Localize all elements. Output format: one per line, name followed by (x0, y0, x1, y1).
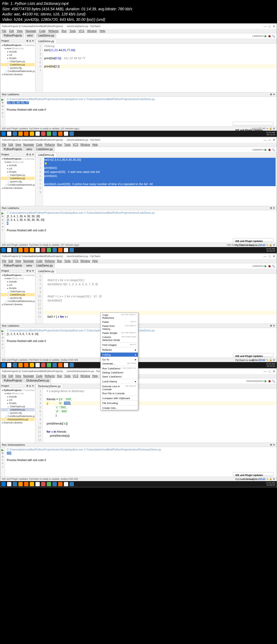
chrome-icon[interactable] (30, 132, 34, 136)
stop-icon[interactable]: ■ (1, 101, 4, 105)
meta-size: Size: 436774733 bytes (416.54 MiB), dura… (2, 6, 275, 12)
ppt-icon[interactable] (58, 132, 62, 136)
ctx-column-selection[interactable]: Column Selection ModeAlt+Shift+Insert (101, 335, 138, 342)
run-config-selector[interactable]: ListsDemo (252, 35, 264, 37)
tree-lib[interactable]: Lib (1, 53, 35, 57)
menu-code[interactable]: Code (39, 29, 45, 32)
menu-view[interactable]: View (17, 29, 23, 32)
ctx-paste-simple[interactable]: Paste SimpleCtrl+Alt+Shift+V (101, 331, 138, 335)
intention-bulb-icon[interactable]: 💡 (44, 162, 47, 165)
menu-vcs[interactable]: VCS (79, 29, 84, 32)
ctx-copy-reference[interactable]: Copy ReferenceCtrl+Alt+Shift+C (101, 313, 138, 320)
editor: ListsDemo.py 1234567 #Slicing list=[11,2… (35, 39, 277, 92)
app-icon[interactable] (24, 132, 28, 136)
video-metadata: File: 1. Python Lists and Dictionary.mp4… (0, 0, 277, 23)
rerun-icon[interactable]: ▶ (1, 98, 4, 101)
crumb-file[interactable]: ListsDemo.py (36, 34, 56, 38)
intention-bulb-icon[interactable]: 💡 (46, 402, 49, 405)
project-tree[interactable]: PythonProjects C:\Users\admin\untitled\P… (0, 43, 35, 77)
console-output[interactable]: C:\Users\admin\untitled\PythonProjects\v… (5, 97, 277, 126)
tree-conditional[interactable]: ConditionalStatements.py (1, 70, 35, 73)
close-icon[interactable]: ✕ (273, 25, 275, 28)
ctx-run[interactable]: Run 'ListsDemo'Ctrl+Shift+F10 (101, 366, 138, 370)
tree-include[interactable]: Include (1, 50, 35, 53)
status-msg: IDE and Plugin Updates: PyCharm is ready… (2, 127, 79, 130)
tree-root[interactable]: PythonProjects C:\Users\admin\untitled\P… (1, 44, 35, 47)
crumb-venv[interactable]: venv (25, 34, 35, 38)
word-icon[interactable] (52, 132, 57, 136)
update-notification[interactable]: IDE and Plugin Updates PyCharm is ready … (233, 122, 273, 125)
project-label: Project (1, 40, 9, 42)
console-exit: Process finished with exit code 0 (7, 108, 275, 112)
ctx-file-encoding[interactable]: File Encoding (101, 401, 138, 405)
title-bar: PythonProjects [C:\Users\admin\untitled\… (0, 24, 277, 29)
console-gutter: ▶ ■ ⇊≡✕? (0, 97, 5, 126)
tree-external[interactable]: External Libraries (1, 73, 35, 76)
ctx-folding[interactable]: Folding▸ (101, 353, 138, 357)
project-panel-header: Project ⚙ ⇲ ✕ (0, 39, 35, 43)
screenshot-4: PythonProjects [C:\Users\admin\untitled\… (0, 368, 277, 487)
code-lines-2[interactable]: list1=[2,3,4,1,30,4,30,30,30] 💡 print(li… (43, 157, 277, 206)
ctx-paste-history[interactable]: Paste from History...Ctrl+Shift+V (101, 324, 138, 331)
tree-scripts[interactable]: Scripts (1, 57, 35, 60)
menu-bar: File Edit View Navigate Code Refactor Ru… (0, 29, 277, 33)
ctx-refactor[interactable]: Refactor▸ (101, 348, 138, 352)
panel-controls[interactable]: ⚙ ⇲ ✕ (26, 40, 34, 42)
meta-video: Video: h264, yuv420p, 1280x720, 643 kb/s… (2, 17, 275, 22)
app-icon-3[interactable] (64, 132, 68, 136)
edge-icon[interactable] (13, 132, 17, 136)
menu-file[interactable]: File (2, 29, 6, 32)
menu-refactor[interactable]: Refactor (48, 29, 59, 32)
menu-tools[interactable]: Tools (70, 29, 76, 32)
ctx-run-file[interactable]: Run File in Console (101, 391, 138, 395)
menu-navigate[interactable]: Navigate (25, 29, 36, 32)
ctx-create-gist[interactable]: Create Gist... (101, 406, 138, 410)
excel-icon[interactable] (47, 132, 51, 136)
code-lines[interactable]: #Slicing list=[11,22,44,55,77,66] print(… (43, 44, 277, 92)
ctx-generate[interactable]: Generate...Alt+Insert (101, 362, 138, 366)
menu-window[interactable]: Window (87, 29, 97, 32)
firefox-icon[interactable] (18, 132, 23, 136)
menu-edit[interactable]: Edit (9, 29, 14, 32)
code-area[interactable]: 1234567 #Slicing list=[11,22,44,55,77,66… (35, 44, 277, 92)
menu-run[interactable]: Run (62, 29, 67, 32)
gutter: 1234567 (35, 44, 43, 92)
tree-venv[interactable]: venv library root (1, 47, 35, 50)
app-icon-4[interactable] (70, 132, 74, 136)
window-controls: — □ ✕ (263, 25, 275, 28)
search-icon[interactable]: 🔍 (272, 35, 275, 38)
tree-datatypes[interactable]: DataTypes.py (1, 60, 35, 63)
screenshot-1: PythonProjects [C:\Users\admin\untitled\… (0, 23, 277, 137)
app-icon-2[interactable] (41, 132, 45, 136)
ctx-find-usages[interactable]: Find UsagesAlt+F7 (101, 343, 138, 347)
taskbar-time[interactable]: 10:20 AM00:13:16 (266, 132, 275, 136)
run-button[interactable]: ▶ (265, 34, 267, 38)
run-panel: Run: ListsDemo ⚙ ✕ ▶ ■ ⇊≡✕? C:\Users\adm… (0, 92, 277, 126)
ctx-goto[interactable]: Go To▸ (101, 357, 138, 362)
ctx-save[interactable]: Save 'ListsDemo' (101, 374, 138, 379)
context-menu[interactable]: Copy ReferenceCtrl+Alt+Shift+C PasteCtrl… (100, 313, 138, 410)
ctx-compare-clipboard[interactable]: Compare with Clipboard (101, 396, 138, 400)
debug-button[interactable]: 🐞 (268, 35, 271, 38)
folder-icon[interactable] (35, 132, 40, 136)
cortana-icon[interactable] (7, 132, 11, 136)
ctx-local-history[interactable]: Local History▸ (101, 379, 138, 383)
tab-listsdemo[interactable]: ListsDemo.py (35, 39, 57, 43)
project-panel: Project ⚙ ⇲ ✕ PythonProjects C:\Users\ad… (0, 39, 35, 92)
console-controls[interactable]: ⚙ ✕ (270, 93, 275, 96)
ctx-execute-line[interactable]: Execute Line in ConsoleAlt+Shift+E (101, 384, 138, 391)
ctx-paste[interactable]: PasteCtrl+V (101, 320, 138, 324)
start-icon[interactable] (1, 132, 6, 136)
tree-listsdemo[interactable]: ListsDemo.py (1, 63, 35, 66)
screenshot-3: PythonProjects [C:\Users\admin\untitled\… (0, 253, 277, 368)
tree-pyvenv[interactable]: pyvenv.cfg (1, 66, 35, 70)
maximize-icon[interactable]: □ (269, 25, 271, 28)
meta-file: File: 1. Python Lists and Dictionary.mp4 (2, 1, 275, 6)
menu-help[interactable]: Help (100, 29, 105, 32)
crumb-project[interactable]: PythonProjects (2, 34, 24, 38)
minimize-icon[interactable]: — (263, 25, 266, 28)
breadcrumb-path: PythonProjects venv ListsDemo.py (2, 34, 57, 38)
screenshot-2: PythonProjects [C:\Users\admin\untitled\… (0, 137, 277, 253)
editor-tabs: ListsDemo.py (35, 39, 277, 44)
ctx-debug[interactable]: Debug 'ListsDemo' (101, 370, 138, 374)
